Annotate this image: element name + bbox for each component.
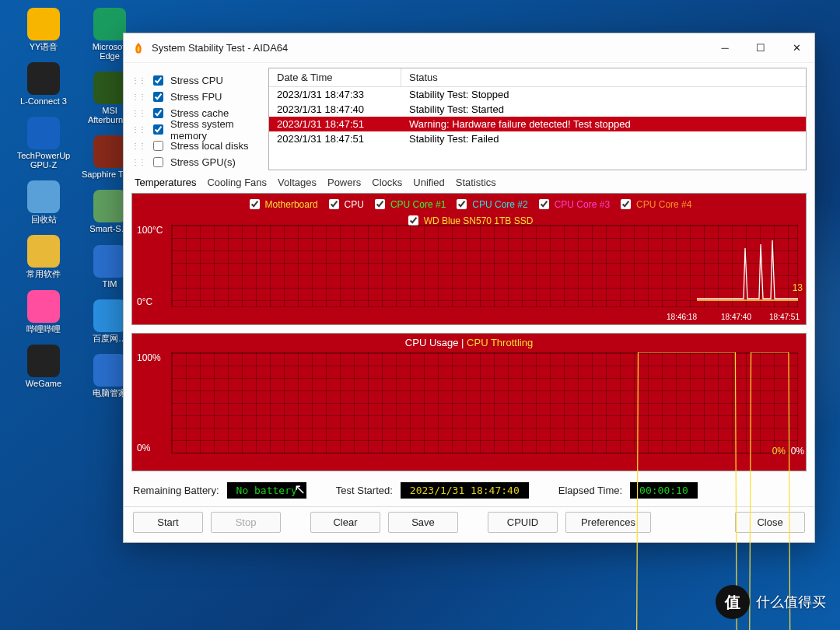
maximize-button[interactable]: ☐ xyxy=(743,33,779,63)
legend-item[interactable]: CPU Core #4 xyxy=(618,197,691,212)
icon-label: TechPowerUp GPU-Z xyxy=(16,151,72,170)
app-icon xyxy=(93,299,126,332)
usage-title-a: CPU Usage xyxy=(405,337,459,348)
icon-label: TIM xyxy=(103,279,117,289)
desktop-icon[interactable]: 常用软件 xyxy=(16,235,72,278)
app-icon xyxy=(93,135,126,168)
legend-label: CPU Core #2 xyxy=(472,199,527,210)
desktop-icon[interactable]: WeGame xyxy=(16,345,72,388)
temp-y-max: 100°C xyxy=(137,225,163,236)
app-icon xyxy=(131,41,145,55)
stress-options: ⋮⋮Stress CPU⋮⋮Stress FPU⋮⋮Stress cache⋮⋮… xyxy=(131,68,262,170)
app-icon xyxy=(93,72,126,104)
log-time: 2023/1/31 18:47:51 xyxy=(269,117,401,131)
close-button[interactable]: ✕ xyxy=(779,33,814,63)
tab-powers[interactable]: Powers xyxy=(327,177,361,188)
app-icon xyxy=(93,245,126,278)
log-status: Stability Test: Started xyxy=(401,102,806,117)
tab-cooling-fans[interactable]: Cooling Fans xyxy=(207,177,267,188)
stress-option[interactable]: ⋮⋮Stress system memory xyxy=(131,121,262,138)
x-tick: 18:47:51 xyxy=(769,313,800,321)
log-row[interactable]: 2023/1/31 18:47:40Stability Test: Starte… xyxy=(269,102,806,117)
aida64-window: System Stability Test - AIDA64 ─ ☐ ✕ ⋮⋮S… xyxy=(123,33,815,543)
app-icon xyxy=(93,8,126,40)
stress-option[interactable]: ⋮⋮Stress FPU xyxy=(131,89,262,105)
legend-label: CPU Core #4 xyxy=(636,199,691,210)
temp-y-min: 0°C xyxy=(137,296,152,307)
stress-label: Stress local disks xyxy=(170,140,248,152)
window-title: System Stability Test - AIDA64 xyxy=(152,42,288,54)
tab-unified[interactable]: Unified xyxy=(413,177,444,188)
legend-item[interactable]: CPU Core #2 xyxy=(453,197,527,212)
legend-label: CPU Core #3 xyxy=(555,199,610,210)
legend-checkbox[interactable] xyxy=(375,199,385,209)
desktop-icon[interactable]: 哔哩哔哩 xyxy=(16,290,72,334)
stress-checkbox[interactable] xyxy=(153,124,163,135)
legend-item[interactable]: CPU Core #1 xyxy=(372,197,446,212)
usage-title-b: CPU Throttling xyxy=(467,337,533,348)
cpu-usage-chart: CPU Usage | CPU Throttling 100% 0% 0% 0% xyxy=(131,333,807,471)
log-header-status: Status xyxy=(401,68,446,86)
stress-option[interactable]: ⋮⋮Stress GPU(s) xyxy=(131,154,262,170)
stress-checkbox[interactable] xyxy=(153,92,163,102)
log-header-datetime: Date & Time xyxy=(269,68,401,86)
temperature-chart: MotherboardCPUCPU Core #1CPU Core #2CPU … xyxy=(131,193,807,325)
legend-label: Motherboard xyxy=(265,199,318,210)
log-row[interactable]: 2023/1/31 18:47:51Stability Test: Failed xyxy=(269,131,806,146)
log-status: Stability Test: Stopped xyxy=(401,87,806,102)
app-icon xyxy=(93,354,126,387)
icon-label: 回收站 xyxy=(31,215,57,224)
legend-item[interactable]: CPU xyxy=(326,197,364,212)
stress-label: Stress CPU xyxy=(170,75,223,86)
app-icon xyxy=(93,190,126,222)
usage-y-max: 100% xyxy=(137,352,161,363)
desktop-icon[interactable]: TechPowerUp GPU-Z xyxy=(16,117,72,170)
tab-temperatures[interactable]: Temperatures xyxy=(135,177,196,188)
desktop-icon[interactable]: 回收站 xyxy=(16,180,72,224)
legend-checkbox[interactable] xyxy=(329,199,339,209)
app-icon xyxy=(27,345,60,377)
log-row[interactable]: 2023/1/31 18:47:33Stability Test: Stoppe… xyxy=(269,87,806,102)
chart-tabs: TemperaturesCooling FansVoltagesPowersCl… xyxy=(124,170,814,193)
stress-checkbox[interactable] xyxy=(153,108,163,118)
legend-checkbox[interactable] xyxy=(250,199,260,209)
tab-statistics[interactable]: Statistics xyxy=(456,177,496,188)
app-icon xyxy=(27,180,60,213)
throttle-current: 0% xyxy=(772,446,786,457)
x-tick: 18:47:40 xyxy=(721,313,751,321)
stress-option[interactable]: ⋮⋮Stress CPU xyxy=(131,72,262,89)
log-row[interactable]: 2023/1/31 18:47:51Warning: Hardware fail… xyxy=(269,117,806,131)
watermark-text: 什么值得买 xyxy=(756,593,826,611)
stress-checkbox[interactable] xyxy=(153,157,163,167)
icon-label: WeGame xyxy=(26,379,61,388)
log-status: Warning: Hardware failure detected! Test… xyxy=(401,117,806,131)
desktop-icon[interactable]: L-Connect 3 xyxy=(16,62,72,106)
desktop-icons-column-1: YY语音L-Connect 3TechPowerUp GPU-Z回收站常用软件哔… xyxy=(16,8,72,388)
icon-label: 常用软件 xyxy=(26,269,61,278)
legend-item[interactable]: CPU Core #3 xyxy=(536,197,610,212)
app-icon xyxy=(27,62,60,95)
legend-checkbox[interactable] xyxy=(539,199,549,209)
stress-option[interactable]: ⋮⋮Stress local disks xyxy=(131,138,262,154)
log-time: 2023/1/31 18:47:51 xyxy=(269,131,401,146)
titlebar[interactable]: System Stability Test - AIDA64 ─ ☐ ✕ xyxy=(124,33,814,63)
app-icon xyxy=(27,290,60,323)
stress-checkbox[interactable] xyxy=(153,75,163,86)
icon-label: 哔哩哔哩 xyxy=(26,324,61,334)
tab-clocks[interactable]: Clocks xyxy=(372,177,402,188)
log-time: 2023/1/31 18:47:40 xyxy=(269,102,401,117)
legend-item[interactable]: Motherboard xyxy=(247,197,318,212)
usage-current: 0% xyxy=(791,446,804,457)
legend-checkbox[interactable] xyxy=(621,199,631,209)
icon-label: 百度网… xyxy=(93,334,127,343)
watermark: 值 什么值得买 xyxy=(716,585,826,619)
desktop-icon[interactable]: YY语音 xyxy=(16,8,72,51)
legend-checkbox[interactable] xyxy=(457,199,467,209)
icon-label: YY语音 xyxy=(30,42,58,51)
usage-y-min: 0% xyxy=(137,443,150,453)
tab-voltages[interactable]: Voltages xyxy=(278,177,317,188)
log-status: Stability Test: Failed xyxy=(401,131,806,146)
stress-checkbox[interactable] xyxy=(153,141,163,151)
minimize-button[interactable]: ─ xyxy=(707,33,743,63)
event-log: Date & Time Status 2023/1/31 18:47:33Sta… xyxy=(268,68,807,170)
